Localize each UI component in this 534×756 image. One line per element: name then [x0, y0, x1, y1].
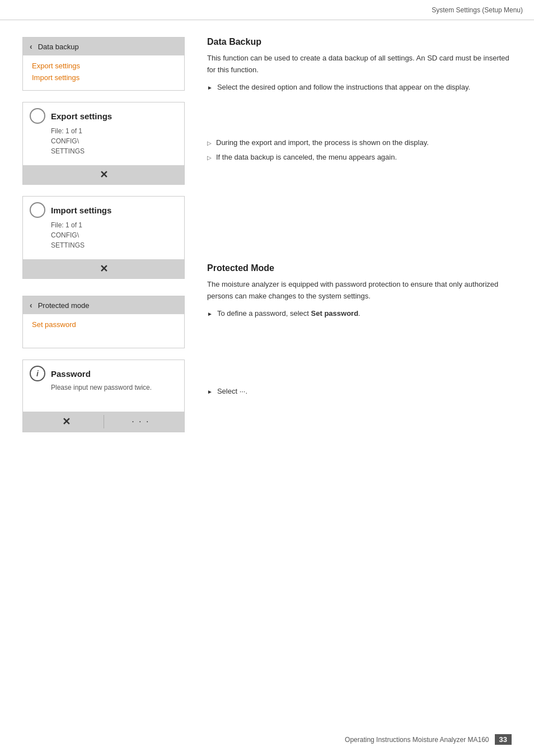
password-panel: i Password Please input new password twi… — [22, 360, 185, 432]
protected-back-arrow-icon[interactable]: ‹ — [30, 301, 32, 310]
import-file-info: File: 1 of 1 CONFIG\ SETTINGS — [51, 220, 177, 250]
password-close-area: ✕ — [30, 416, 104, 428]
export-file-info: File: 1 of 1 CONFIG\ SETTINGS — [51, 126, 177, 156]
export-close-button[interactable]: ✕ — [100, 169, 108, 181]
export-settings-panel-header: Export settings — [23, 102, 184, 126]
note-text-1: During the export and import, the proces… — [216, 137, 429, 148]
export-file-line1: File: 1 of 1 — [51, 126, 177, 136]
export-settings-menu-item[interactable]: Export settings — [32, 60, 175, 72]
select-instruction-item: ► Select ···. — [207, 386, 517, 397]
page-content: ‹ Data backup Export settings Import set… — [0, 20, 534, 756]
select-instruction-section: ► Select ···. — [207, 386, 517, 397]
export-circle-icon — [30, 108, 45, 124]
data-backup-heading: Data Backup — [207, 37, 517, 47]
import-file-line1: File: 1 of 1 — [51, 220, 177, 230]
protected-mode-panel-title: Protected mode — [38, 301, 90, 310]
note-item-1: ▷ During the export and import, the proc… — [207, 137, 517, 148]
password-dots-button[interactable]: · · · — [132, 417, 149, 427]
password-panel-spacer — [23, 396, 184, 407]
export-panel-body: File: 1 of 1 CONFIG\ SETTINGS — [23, 126, 184, 161]
password-panel-header: i Password — [23, 360, 184, 384]
import-panel-body: File: 1 of 1 CONFIG\ SETTINGS — [23, 220, 184, 255]
notes-section: ▷ During the export and import, the proc… — [207, 137, 517, 162]
left-column: ‹ Data backup Export settings Import set… — [0, 20, 196, 756]
filled-arrow-icon: ► — [207, 83, 213, 92]
filled-arrow-icon-2: ► — [207, 310, 213, 318]
export-settings-title: Export settings — [51, 111, 112, 121]
export-file-line2: CONFIG\ — [51, 136, 177, 146]
page-number: 33 — [495, 734, 512, 745]
protected-mode-description: The moisture analyzer is equipped with p… — [207, 279, 517, 302]
import-file-line3: SETTINGS — [51, 240, 177, 250]
protected-mode-heading: Protected Mode — [207, 263, 517, 273]
back-arrow-icon[interactable]: ‹ — [30, 42, 32, 51]
import-settings-menu-item[interactable]: Import settings — [32, 72, 175, 83]
set-password-menu-item[interactable]: Set password — [32, 319, 175, 330]
header-title: System Settings (Setup Menu) — [432, 6, 523, 14]
set-password-prefix: To define a password, select — [217, 309, 311, 318]
data-backup-panel-title: Data backup — [38, 43, 79, 51]
export-file-line3: SETTINGS — [51, 146, 177, 156]
import-panel-footer: ✕ — [23, 259, 184, 278]
note-item-2: ▷ If the data backup is canceled, the me… — [207, 152, 517, 163]
password-panel-subtitle: Please input new password twice. — [23, 384, 184, 396]
import-settings-panel: Import settings File: 1 of 1 CONFIG\ SET… — [22, 196, 185, 279]
filled-arrow-icon-3: ► — [207, 388, 213, 396]
right-column: Data Backup This function can be used to… — [196, 20, 534, 756]
export-panel-footer: ✕ — [23, 165, 184, 184]
page-footer: Operating Instructions Moisture Analyzer… — [0, 734, 523, 745]
footer-label: Operating Instructions Moisture Analyzer… — [345, 736, 489, 744]
data-backup-instruction: Select the desired option and follow the… — [217, 82, 470, 93]
protected-mode-right-section: Protected Mode The moisture analyzer is … — [207, 263, 517, 319]
hollow-arrow-icon-2: ▷ — [207, 153, 212, 162]
data-backup-panel: ‹ Data backup Export settings Import set… — [22, 37, 185, 91]
set-password-instruction: To define a password, select Set passwor… — [217, 308, 360, 319]
password-close-button[interactable]: ✕ — [62, 416, 71, 428]
import-settings-panel-header: Import settings — [23, 197, 184, 220]
import-close-button[interactable]: ✕ — [100, 263, 108, 275]
info-icon: i — [30, 366, 45, 381]
export-settings-panel: Export settings File: 1 of 1 CONFIG\ SET… — [22, 102, 185, 185]
protected-mode-panel-header: ‹ Protected mode — [23, 296, 184, 314]
select-instruction-text: Select ···. — [217, 386, 247, 397]
note-text-2: If the data backup is canceled, the menu… — [216, 152, 397, 163]
set-password-instruction-item: ► To define a password, select Set passw… — [207, 308, 517, 319]
password-panel-footer: ✕ · · · — [23, 412, 184, 432]
set-password-suffix: . — [358, 309, 360, 318]
set-password-bold: Set password — [311, 309, 359, 318]
import-circle-icon — [30, 202, 45, 218]
password-dots-area: · · · — [104, 417, 178, 427]
protected-mode-panel-body: Set password — [23, 314, 184, 348]
header-bar: System Settings (Setup Menu) — [0, 0, 534, 20]
data-backup-instruction-item: ► Select the desired option and follow t… — [207, 82, 517, 93]
hollow-arrow-icon-1: ▷ — [207, 139, 212, 147]
data-backup-description: This function can be used to create a da… — [207, 53, 517, 76]
data-backup-panel-body: Export settings Import settings — [23, 55, 184, 90]
import-file-line2: CONFIG\ — [51, 230, 177, 240]
protected-mode-panel: ‹ Protected mode Set password — [22, 296, 185, 348]
password-panel-title: Password — [51, 369, 91, 379]
import-settings-title: Import settings — [51, 206, 111, 215]
data-backup-panel-header: ‹ Data backup — [23, 38, 184, 55]
